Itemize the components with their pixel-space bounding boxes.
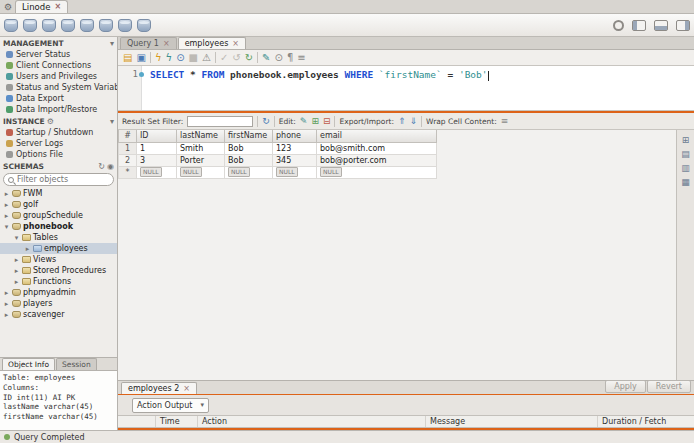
col-header-email[interactable]: email: [317, 130, 437, 142]
output-col-duration[interactable]: Duration / Fetch: [598, 416, 694, 427]
result-filter-input[interactable]: [187, 116, 253, 127]
cell-null[interactable]: NULL: [273, 166, 317, 178]
cell-firstname[interactable]: Bob: [225, 142, 273, 154]
inspector-icon[interactable]: [42, 19, 56, 32]
beautify-icon[interactable]: ✎: [262, 53, 270, 63]
execute-icon[interactable]: ϟ: [155, 53, 162, 63]
tree-item-phpmyadmin[interactable]: ▸phpmyadmin: [0, 287, 117, 298]
sidebar-item-server-status[interactable]: Server Status: [0, 49, 117, 60]
import-icon[interactable]: ⇓: [410, 117, 418, 126]
cell-phone[interactable]: 123: [273, 142, 317, 154]
grid-new-row[interactable]: * NULL NULL NULL NULL NULL: [119, 166, 437, 178]
home-icon[interactable]: ⚙: [4, 2, 12, 12]
tree-item-employees[interactable]: ▸employees: [0, 243, 117, 254]
cell-email[interactable]: bob@porter.com: [317, 154, 437, 166]
expander-icon[interactable]: ▾: [13, 234, 20, 242]
cell-rownum[interactable]: 2: [119, 154, 137, 166]
cell-rownum[interactable]: 1: [119, 142, 137, 154]
expander-icon[interactable]: ▸: [13, 278, 20, 286]
invisible-chars-icon[interactable]: ¶: [287, 53, 293, 63]
export-icon[interactable]: ⇑: [398, 117, 406, 126]
edit-record-icon[interactable]: ✎: [300, 117, 308, 126]
close-tab-icon[interactable]: ×: [232, 39, 239, 48]
eye-icon[interactable]: ◉: [107, 162, 114, 171]
wrap-cell-content-icon[interactable]: ≡: [501, 117, 509, 126]
sidebar-item-data-import[interactable]: Data Import/Restore: [0, 104, 117, 115]
sidebar-item-client-connections[interactable]: Client Connections: [0, 60, 117, 71]
col-header-firstname[interactable]: firstName: [225, 130, 273, 142]
query-stats-icon[interactable]: ▦: [681, 178, 690, 187]
toggle-sidebar-icon[interactable]: [632, 20, 646, 31]
col-header-rownum[interactable]: #: [119, 130, 137, 142]
expander-icon[interactable]: ▸: [13, 267, 20, 275]
toggle-output-panel-icon[interactable]: [654, 20, 668, 31]
create-function-icon[interactable]: [137, 19, 151, 32]
delete-row-icon[interactable]: ⊟: [323, 117, 331, 126]
result-grid-view-icon[interactable]: ⊞: [682, 136, 690, 145]
expander-icon[interactable]: ▾: [3, 223, 10, 231]
tab-object-info[interactable]: Object Info: [2, 358, 55, 370]
sidebar-item-data-export[interactable]: Data Export: [0, 93, 117, 104]
result-tab-employees-2[interactable]: employees 2 ×: [121, 382, 197, 394]
form-editor-icon[interactable]: ▤: [681, 150, 690, 159]
create-table-icon[interactable]: [80, 19, 94, 32]
expander-icon[interactable]: ▸: [3, 311, 10, 319]
sidebar-item-options-file[interactable]: Options File: [0, 149, 117, 160]
tab-query-1[interactable]: Query 1 ×: [120, 37, 177, 49]
tree-item-functions[interactable]: ▸Functions: [0, 276, 117, 287]
status-indicator-icon[interactable]: [613, 20, 624, 31]
cell-id[interactable]: 3: [137, 154, 177, 166]
tree-item-stored-procedures[interactable]: ▸Stored Procedures: [0, 265, 117, 276]
refresh-results-icon[interactable]: ↻: [262, 117, 270, 126]
tree-item-fwm[interactable]: ▸FWM: [0, 188, 117, 199]
cell-lastname[interactable]: Porter: [177, 154, 225, 166]
close-tab-icon[interactable]: ×: [163, 39, 170, 48]
cell-firstname[interactable]: Bob: [225, 154, 273, 166]
cell-lastname[interactable]: Smith: [177, 142, 225, 154]
cell-null[interactable]: NULL: [137, 166, 177, 178]
sidebar-item-startup-shutdown[interactable]: Startup / Shutdown: [0, 127, 117, 138]
tree-item-scavenger[interactable]: ▸scavenger: [0, 309, 117, 320]
sidebar-item-system-variables[interactable]: Status and System Variables: [0, 82, 117, 93]
cell-phone[interactable]: 345: [273, 154, 317, 166]
connection-tab-linode[interactable]: Linode ×: [15, 0, 68, 13]
action-output-dropdown[interactable]: Action Output ▾: [132, 398, 209, 413]
apply-button[interactable]: Apply: [605, 380, 646, 393]
output-col-time[interactable]: Time: [156, 416, 198, 427]
col-header-lastname[interactable]: lastName: [177, 130, 225, 142]
autocommit-icon[interactable]: ↻: [245, 53, 253, 63]
stop-icon[interactable]: ■: [189, 53, 198, 63]
commit-icon[interactable]: ✓: [220, 53, 228, 63]
sidebar-item-server-logs[interactable]: Server Logs: [0, 138, 117, 149]
explain-icon[interactable]: ⊙: [176, 53, 184, 63]
expander-icon[interactable]: ▸: [3, 212, 10, 220]
rollback-icon[interactable]: ↺: [232, 53, 240, 63]
execute-current-statement-icon[interactable]: ϟ: [166, 53, 173, 63]
refresh-schemas-icon[interactable]: ↻: [98, 162, 105, 171]
close-tab-icon[interactable]: ×: [183, 384, 190, 393]
cell-id[interactable]: 1: [137, 142, 177, 154]
close-tab-icon[interactable]: ×: [54, 2, 61, 11]
new-query-tab-icon[interactable]: [4, 19, 18, 32]
cell-rownum[interactable]: *: [119, 166, 137, 178]
collapse-section-icon[interactable]: ▾: [110, 117, 114, 126]
col-header-id[interactable]: ID: [137, 130, 177, 142]
wrap-text-icon[interactable]: ≡: [297, 53, 305, 63]
expander-icon[interactable]: ▸: [13, 256, 20, 264]
tree-item-golf[interactable]: ▸golf: [0, 199, 117, 210]
cell-null[interactable]: NULL: [225, 166, 273, 178]
revert-button[interactable]: Revert: [647, 380, 691, 393]
tab-employees[interactable]: employees ×: [178, 37, 246, 49]
cell-null[interactable]: NULL: [177, 166, 225, 178]
expander-icon[interactable]: ▸: [3, 289, 10, 297]
create-schema-icon[interactable]: [61, 19, 75, 32]
expander-icon[interactable]: ▸: [3, 300, 10, 308]
tree-item-groupschedule[interactable]: ▸groupSchedule: [0, 210, 117, 221]
insert-row-icon[interactable]: ⊞: [311, 117, 319, 126]
expander-icon[interactable]: ▸: [24, 245, 31, 253]
find-icon[interactable]: ⊙: [275, 53, 283, 63]
tree-item-phonebook[interactable]: ▾phonebook: [0, 221, 117, 232]
grid-row[interactable]: 2 3 Porter Bob 345 bob@porter.com: [119, 154, 437, 166]
open-file-icon[interactable]: ▤: [123, 53, 132, 63]
col-header-phone[interactable]: phone: [273, 130, 317, 142]
